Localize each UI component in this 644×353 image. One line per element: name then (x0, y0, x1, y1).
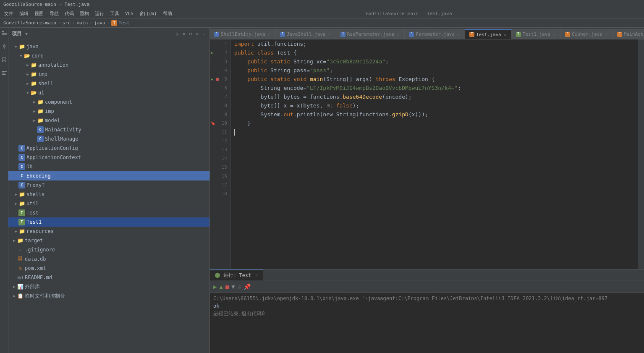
menu-navigate[interactable]: 导航 (47, 10, 61, 18)
tab-req-parameter[interactable]: J ReqParameter.java ✕ (336, 29, 405, 39)
tree-data-db[interactable]: 🗄 data.db (8, 254, 209, 264)
tab-close-test1[interactable]: ✕ (552, 32, 556, 37)
pin-btn[interactable]: 📌 (243, 283, 251, 290)
run-arrow-2[interactable]: ▶ (211, 50, 213, 55)
folder-icon-shells: 📁 (18, 191, 25, 198)
str-xc: "3c6e0b8a9c15224a" (326, 57, 385, 66)
tree-encoding[interactable]: C Encoding (8, 171, 209, 180)
code-line-17 (234, 180, 638, 189)
line-num-18: 18 (210, 189, 230, 198)
tab-shell-entity[interactable]: J ShellEntity.java ✕ (210, 29, 276, 39)
tree-imp[interactable]: ▶ 📁 imp (8, 70, 209, 79)
tab-close-test[interactable]: ✕ (503, 32, 507, 37)
tree-label-ui: ui (38, 90, 44, 96)
code-editor[interactable]: import util.functions; public class Test… (231, 39, 638, 269)
tree-shell-manage[interactable]: C ShellManage (8, 134, 209, 144)
tree-app-config[interactable]: C ApplicationConfig (8, 144, 209, 153)
run-arrow-5[interactable]: ▶ (211, 77, 213, 81)
breadcrumb-project[interactable]: GodzillaSource-main (3, 20, 56, 26)
tree-annotation[interactable]: ▶ 📁 annotation (8, 60, 209, 70)
tree-pom-xml[interactable]: m pom.xml (8, 264, 209, 273)
tab-main-activity[interactable]: C MainActivity.java ✕ (613, 29, 644, 39)
svg-rect-1 (2, 33, 7, 34)
tree-model[interactable]: ▶ 📁 model (8, 116, 209, 125)
tree-resources[interactable]: ▶ 📁 resources (8, 227, 209, 236)
sidebar-expand-btn[interactable]: ≡ (182, 31, 186, 37)
tree-main-activity[interactable]: C MainActivity (8, 125, 209, 134)
breakpoint-5[interactable] (216, 78, 219, 81)
folder-icon-resources: 📁 (18, 228, 25, 235)
breadcrumb-test[interactable]: TTest (111, 20, 130, 26)
sidebar-collapse-btn[interactable]: ⊟ (188, 31, 193, 37)
sidebar-minimize-btn[interactable]: — (202, 31, 206, 37)
menu-code[interactable]: 代码 (62, 10, 76, 18)
tab-cipher[interactable]: C Cipher.java ✕ (561, 29, 613, 39)
sidebar-locate-btn[interactable]: ◎ (175, 31, 179, 37)
tree-component[interactable]: ▶ 📁 component (8, 97, 209, 107)
menu-window[interactable]: 窗口(W) (137, 10, 160, 18)
wrap-btn[interactable]: ≡ (238, 283, 241, 290)
tab-test[interactable]: T Test.java ✕ (465, 29, 512, 39)
bottom-tab-close-run[interactable]: ✕ (255, 273, 258, 277)
run-btn[interactable]: ▶ (213, 283, 217, 290)
svg-rect-8 (2, 74, 6, 75)
tree-label-db: Db (26, 164, 32, 170)
tree-arrow-pom-xml (12, 266, 17, 271)
tree-java[interactable]: ▼ 📁 java (8, 42, 209, 51)
breadcrumb-java[interactable]: java (94, 20, 105, 26)
up-btn[interactable]: ▲ (219, 283, 223, 290)
tree-app-context[interactable]: C ApplicationContext (8, 153, 209, 162)
menu-run[interactable]: 运行 (92, 10, 107, 18)
far-left-toolbar (0, 28, 8, 353)
editor-content: 1 ▶ 2 3 4 ▶ 5 6 7 8 9 🔖 10 (210, 39, 644, 269)
tab-close-shell-entity[interactable]: ✕ (267, 32, 271, 37)
tree-arrow-shells: ▶ (13, 192, 18, 197)
tree-ui[interactable]: ▼ 📂 ui (8, 88, 209, 97)
menu-refactor[interactable]: 重构 (77, 10, 92, 18)
tab-close-cipher[interactable]: ✕ (604, 32, 608, 37)
tree-util[interactable]: ▶ 📁 util (8, 199, 209, 208)
right-scrollbar[interactable] (638, 39, 644, 269)
tree-target[interactable]: ▶ 📁 target (8, 236, 209, 245)
menu-file[interactable]: 文件 (2, 10, 16, 18)
kw-void-5: void (293, 75, 306, 84)
tree-test[interactable]: T Test (8, 208, 209, 217)
folder-icon-java: 📁 (18, 43, 25, 50)
sidebar-dropdown-arrow[interactable]: ▼ (25, 31, 28, 36)
tree-proxy-t[interactable]: C ProxyT (8, 180, 209, 190)
tree-temp-console[interactable]: ▶ 📋 临时文件和控制台 (8, 291, 209, 301)
tree-external-libs[interactable]: ▶ 📊 外部库 (8, 282, 209, 291)
breadcrumb-main[interactable]: main (77, 20, 88, 26)
tree-shells[interactable]: ▶ 📁 shells (8, 190, 209, 199)
tab-close-req-parameter[interactable]: ✕ (396, 32, 400, 37)
tree-shell[interactable]: ▶ 📁 shell (8, 79, 209, 88)
tab-close-java-shell[interactable]: ✕ (327, 32, 332, 37)
menu-tools[interactable]: 工具 (107, 10, 122, 18)
down-btn[interactable]: ▼ (231, 283, 235, 290)
tree-readme[interactable]: md README.md (8, 273, 209, 282)
tab-java-shell[interactable]: J JavaShell.java ✕ (276, 29, 336, 39)
tree-ui-imp[interactable]: ▶ 📁 imp (8, 107, 209, 116)
xml-icon-pom: m (17, 265, 24, 272)
sidebar-settings-btn[interactable]: ⚙ (195, 31, 199, 37)
project-icon[interactable] (1, 29, 8, 36)
tree-core[interactable]: ▼ 📂 core (8, 51, 209, 60)
menu-edit[interactable]: 编辑 (17, 10, 31, 18)
java-icon-app-config: C (18, 145, 25, 152)
tree-test1[interactable]: T Test1 (8, 217, 209, 227)
stop-btn[interactable]: ■ (225, 283, 229, 290)
bookmark-icon[interactable] (1, 56, 8, 63)
commit-icon[interactable] (1, 43, 8, 50)
breadcrumb-src[interactable]: src (62, 20, 71, 26)
tab-close-parameter[interactable]: ✕ (456, 32, 461, 37)
tab-test1[interactable]: T Test1.java ✕ (512, 29, 561, 39)
tree-label-main-activity: MainActivity (45, 127, 81, 133)
tree-gitignore[interactable]: ≡ .gitignore (8, 245, 209, 254)
menu-help[interactable]: 帮助 (160, 10, 175, 18)
bottom-tab-run[interactable]: 运行: Test ✕ (210, 269, 263, 280)
tree-db[interactable]: C Db (8, 162, 209, 171)
tab-parameter[interactable]: J Parameter.java ✕ (405, 29, 465, 39)
menu-view[interactable]: 视图 (32, 10, 46, 18)
menu-vcs[interactable]: VCS (123, 10, 136, 17)
structure-icon[interactable] (1, 70, 8, 76)
